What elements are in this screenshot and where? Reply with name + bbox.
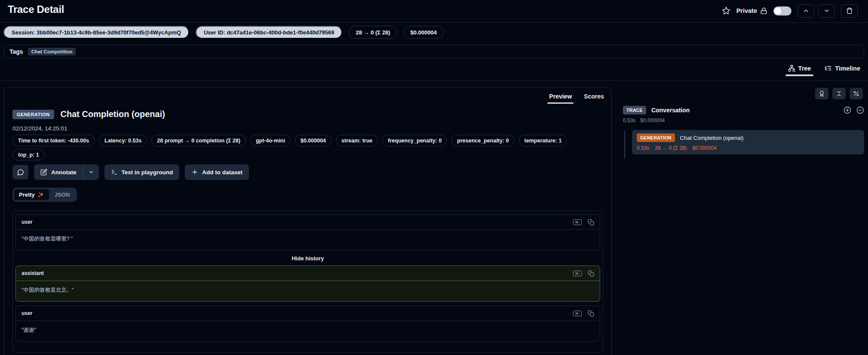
markdown-toggle-icon[interactable]: M↓ — [573, 311, 582, 316]
sparkles-icon — [38, 191, 44, 198]
message-content: "中国的首都是哪里? " — [16, 230, 600, 250]
format-pretty-button[interactable]: Pretty — [14, 189, 49, 200]
frequency-penalty-badge: frequency_penalty: 0 — [382, 135, 447, 146]
prompt-completion-badge: 28 prompt → 0 completion (Σ 28) — [151, 135, 246, 146]
message-header-icons: M↓ — [573, 219, 594, 225]
tab-preview-label: Preview — [549, 93, 572, 100]
add-to-dataset-button[interactable]: Add to dataset — [185, 164, 249, 180]
trace-type-badge: TRACE — [623, 106, 646, 114]
observation-type-badge: GENERATION — [12, 110, 54, 119]
observation-title: Chat Completion (openai) — [61, 109, 165, 119]
tab-preview[interactable]: Preview — [549, 93, 572, 104]
trace-cost: $0.000004 — [640, 117, 665, 123]
tree-toolbar — [815, 88, 863, 99]
markdown-toggle-icon[interactable]: M↓ — [573, 219, 582, 225]
tree-icon — [788, 65, 795, 72]
annotate-dropdown-button[interactable] — [83, 164, 99, 180]
previous-trace-button[interactable] — [797, 4, 814, 18]
trace-latency: 0.53s — [623, 117, 635, 123]
message-header-icons: M↓ — [573, 270, 594, 277]
star-icon — [722, 6, 730, 15]
observation-preview-panel: Preview Scores GENERATION Chat Completio… — [3, 87, 612, 355]
comments-button[interactable] — [12, 165, 28, 179]
observation-actions: Annotate Test in playground Add to datas… — [12, 164, 249, 180]
hide-history-button[interactable]: Hide history — [15, 252, 600, 265]
model-badge: gpt-4o-mini — [250, 135, 291, 146]
panel-tabs: Preview Scores — [549, 93, 604, 104]
session-badge[interactable]: Session: 3bb00ec7-1b13-4c9b-85ee-3d9d70f… — [3, 26, 189, 39]
collapse-all-button[interactable] — [832, 88, 846, 99]
generation-title: Chat Completion (openai) — [680, 135, 744, 141]
chevron-up-icon — [803, 7, 810, 14]
scores-toggle-button[interactable] — [815, 88, 828, 99]
tab-timeline[interactable]: Timeline — [824, 65, 861, 76]
message-card-user-1: user M↓ "中国的首都是哪里? " — [15, 214, 600, 250]
public-toggle[interactable] — [773, 6, 791, 15]
tab-tree[interactable]: Tree — [787, 65, 812, 76]
markdown-toggle-icon[interactable]: M↓ — [573, 271, 582, 276]
copy-icon[interactable] — [588, 219, 594, 225]
tree-children: GENERATION Chat Completion (openai) 0.53… — [623, 130, 864, 154]
edit-square-icon — [40, 169, 47, 176]
test-in-playground-button[interactable]: Test in playground — [104, 164, 180, 180]
message-header: user M↓ — [16, 306, 600, 321]
lock-icon — [760, 7, 767, 15]
tree-node-generation[interactable]: GENERATION Chat Completion (openai) 0.53… — [632, 130, 864, 154]
trace-root-row[interactable]: TRACE Conversation — [623, 106, 864, 114]
presence-penalty-badge: presence_penalty: 0 — [451, 135, 514, 146]
toggle-knob — [774, 7, 782, 15]
latency-badge: Latency: 0.53s — [99, 135, 147, 146]
messages-container: user M↓ "中国的首都是哪里? " Hide history assist… — [12, 210, 603, 352]
message-header: user M↓ — [16, 215, 600, 230]
active-panel-tab-underline — [547, 102, 574, 104]
token-usage-badge: 28 → 0 (Σ 28) — [349, 26, 397, 39]
tag-chip[interactable]: Chat Competition — [28, 48, 76, 56]
trace-id-badges: Session: 3bb00ec7-1b13-4c9b-85ee-3d9d70f… — [3, 26, 444, 39]
metrics-toggle-button[interactable] — [850, 88, 863, 99]
annotate-label: Annotate — [51, 169, 77, 176]
delete-trace-button[interactable] — [841, 4, 858, 18]
metric-badges-row-2: top_p: 1 — [12, 149, 45, 161]
format-toggle: Pretty JSON — [12, 188, 77, 202]
tab-scores[interactable]: Scores — [583, 93, 604, 104]
comment-bubble-icon — [17, 169, 24, 176]
message-card-assistant: assistant M↓ "中国的首都是北京。" — [15, 265, 600, 302]
fold-vertical-icon — [836, 90, 842, 97]
message-header: assistant M↓ — [16, 266, 600, 281]
tab-timeline-label: Timeline — [835, 65, 860, 72]
view-tabs: Tree Timeline — [787, 65, 861, 76]
message-role-label: user — [21, 310, 32, 316]
time-to-first-token-badge: Time to first token: -430.00s — [12, 135, 95, 146]
generation-cost: $0.000004 — [692, 145, 717, 151]
trash-icon — [846, 7, 853, 14]
copy-icon[interactable] — [588, 270, 594, 277]
generation-type-badge: GENERATION — [637, 133, 675, 142]
collapse-tree-button[interactable] — [856, 106, 864, 114]
next-trace-button[interactable] — [818, 4, 835, 18]
percent-icon — [853, 90, 859, 97]
tree-guide-line — [624, 131, 625, 159]
annotate-split-button: Annotate — [34, 164, 99, 180]
expand-all-button[interactable] — [843, 106, 851, 114]
total-cost-badge: $0.000004 — [404, 26, 444, 39]
user-id-badge[interactable]: User ID: dc47a41e-06bc-400d-bde1-f0e440d… — [196, 26, 343, 39]
tree-node-metrics: 0.53s 28 → 0 (Σ 28) $0.000004 — [637, 145, 859, 151]
bookmark-star-button[interactable] — [722, 6, 730, 15]
stream-badge: stream: true — [336, 135, 378, 146]
message-role-label: user — [21, 219, 32, 225]
terminal-icon — [111, 169, 118, 176]
top-p-badge: top_p: 1 — [12, 149, 45, 161]
message-role-label: assistant — [21, 270, 44, 276]
cost-badge: $0.000004 — [295, 135, 331, 146]
timeline-icon — [825, 65, 832, 72]
format-json-button[interactable]: JSON — [49, 189, 75, 200]
annotate-button[interactable]: Annotate — [34, 164, 83, 180]
tags-label: Tags — [9, 48, 23, 55]
copy-icon[interactable] — [588, 310, 594, 317]
generation-tokens: 28 → 0 (Σ 28) — [655, 145, 687, 151]
add-to-dataset-label: Add to dataset — [202, 169, 242, 176]
trace-metrics: 0.53s $0.000004 — [623, 117, 864, 123]
active-tab-underline — [785, 74, 814, 76]
header-divider — [0, 22, 868, 23]
tabs-divider — [0, 80, 868, 81]
